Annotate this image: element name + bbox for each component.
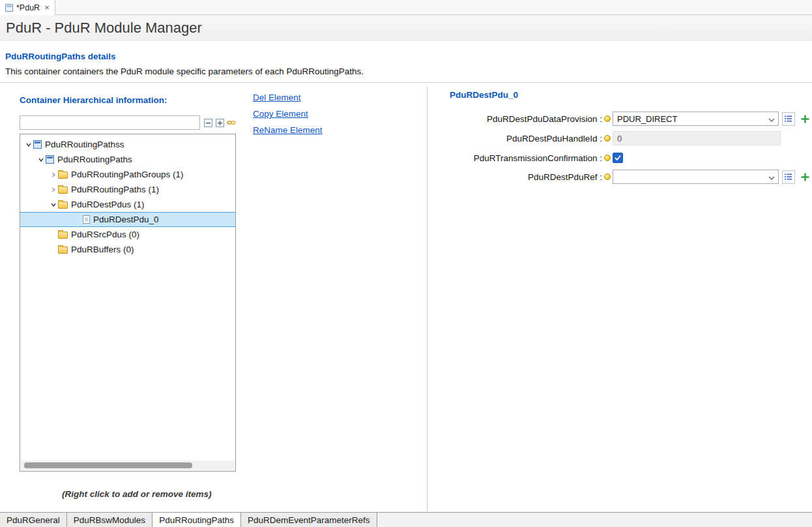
tree-item-label: PduRRoutingPaths — [57, 155, 132, 164]
list-options-button[interactable] — [782, 170, 796, 184]
expand-icon[interactable] — [49, 172, 58, 178]
link-with-editor-icon[interactable] — [227, 118, 236, 127]
bulb-icon — [604, 135, 611, 142]
expand-all-icon[interactable] — [215, 118, 224, 127]
field-label: PduRDestPduRef : — [428, 172, 602, 182]
tree-item-label: PduRDestPdu_0 — [93, 215, 159, 224]
field-row-dataprovision: PduRDestPduDataProvision : PDUR_DIRECT — [428, 111, 812, 127]
folder-icon — [58, 187, 68, 194]
container-tree: PduRRoutingPathss PduRRoutingPaths PduRR… — [20, 134, 236, 472]
list-options-button[interactable] — [782, 112, 796, 126]
transmissionconfirmation-checkbox[interactable] — [613, 153, 623, 163]
field-row-handleid: PduRDestPduHandleId : 0 — [428, 130, 812, 146]
tree-item-pdurroutingpathgroups[interactable]: PduRRoutingPathGroups (1) — [20, 167, 235, 182]
field-row-destpduref: PduRDestPduRef : — [428, 169, 812, 185]
scrollbar-thumb[interactable] — [24, 462, 192, 468]
tree-item-pdurroutingpaths-1[interactable]: PduRRoutingPaths (1) — [20, 182, 235, 197]
tree-item-label: PduRBuffers (0) — [71, 245, 134, 254]
handleid-value: 0 — [617, 134, 622, 143]
chevron-down-icon — [768, 114, 775, 124]
collapse-icon[interactable] — [36, 157, 46, 163]
section-description: This container containers the PduR modul… — [5, 67, 364, 76]
folder-icon — [58, 247, 68, 254]
tree-item-pdurbuffers[interactable]: PduRBuffers (0) — [20, 242, 235, 257]
module-icon — [33, 140, 42, 149]
folder-icon — [58, 172, 68, 179]
bulb-icon — [604, 173, 611, 180]
folder-icon — [58, 202, 68, 209]
chevron-down-icon — [768, 172, 775, 182]
field-label: PduRDestPduHandleId : — [428, 134, 602, 143]
del-element-link[interactable]: Del Element — [253, 93, 301, 102]
document-icon — [83, 215, 90, 224]
section-divider — [0, 82, 812, 83]
editor-file-icon — [5, 4, 13, 12]
tree-panel-heading: Container Hierarchical information: — [20, 95, 167, 105]
tree-hint: (Right click to add or remove items) — [62, 489, 212, 499]
module-icon — [46, 155, 54, 164]
add-button[interactable] — [798, 170, 812, 184]
collapse-icon[interactable] — [24, 142, 33, 148]
details-title: PduRDestPdu_0 — [450, 90, 518, 100]
dataprovision-select[interactable]: PDUR_DIRECT — [613, 112, 779, 126]
section-title: PduRRoutingPaths details — [5, 52, 116, 61]
collapse-all-icon[interactable] — [203, 118, 212, 127]
selected-value: PDUR_DIRECT — [617, 114, 677, 124]
rename-element-link[interactable]: ReName Element — [253, 125, 323, 135]
tab-pdurroutingpaths[interactable]: PduRRoutingPaths — [152, 513, 241, 527]
editor-tabbar: *PduR × — [0, 0, 812, 15]
field-label: PduRTransmissionConfirmation : — [428, 153, 602, 163]
page-header: PduR - PduR Module Manager — [0, 15, 812, 41]
field-row-transmissionconfirmation: PduRTransmissionConfirmation : — [428, 150, 812, 166]
destpduref-select[interactable] — [613, 170, 779, 184]
handleid-field: 0 — [613, 131, 781, 145]
tab-pdurdemeventparameterrefs[interactable]: PduRDemEventParameterRefs — [241, 513, 377, 527]
tree-filter-input[interactable] — [20, 115, 200, 130]
add-button[interactable] — [798, 112, 812, 126]
tree-item-pdurroutingpathss[interactable]: PduRRoutingPathss — [20, 137, 235, 152]
check-icon — [614, 154, 622, 162]
bulb-icon — [604, 155, 611, 161]
tree-item-pdurdestpdus[interactable]: PduRDestPdus (1) — [20, 197, 235, 212]
collapse-icon[interactable] — [49, 202, 58, 208]
tree-item-label: PduRRoutingPathGroups (1) — [71, 170, 184, 179]
tree-item-label: PduRSrcPdus (0) — [71, 230, 139, 239]
horizontal-scrollbar[interactable] — [21, 460, 235, 470]
bottom-tabbar: PduRGeneral PduRBswModules PduRRoutingPa… — [0, 512, 812, 527]
tab-pdurgeneral[interactable]: PduRGeneral — [0, 513, 67, 527]
tree-item-label: PduRRoutingPaths (1) — [71, 185, 159, 194]
editor-tab-label: *PduR — [16, 3, 40, 12]
tree-item-pdursrcpdus[interactable]: PduRSrcPdus (0) — [20, 227, 235, 242]
tab-pdurbswmodules[interactable]: PduRBswModules — [67, 513, 152, 527]
tree-item-pdurdestpdu-0[interactable]: PduRDestPdu_0 — [20, 212, 235, 227]
editor-tab-pdur[interactable]: *PduR × — [0, 0, 55, 15]
tree-item-pdurroutingpaths[interactable]: PduRRoutingPaths — [20, 152, 235, 167]
tree-item-label: PduRRoutingPathss — [45, 140, 124, 149]
tree-item-label: PduRDestPdus (1) — [71, 200, 145, 209]
tab-close-icon[interactable]: × — [43, 3, 50, 12]
folder-icon — [58, 232, 68, 239]
bulb-icon — [604, 115, 611, 122]
tree-toolbar — [203, 118, 236, 127]
page-title: PduR - PduR Module Manager — [0, 20, 202, 37]
application-window: *PduR × PduR - PduR Module Manager PduRR… — [0, 0, 812, 527]
field-label: PduRDestPduDataProvision : — [428, 114, 602, 124]
copy-element-link[interactable]: Copy Element — [253, 109, 308, 119]
expand-icon[interactable] — [49, 187, 58, 193]
